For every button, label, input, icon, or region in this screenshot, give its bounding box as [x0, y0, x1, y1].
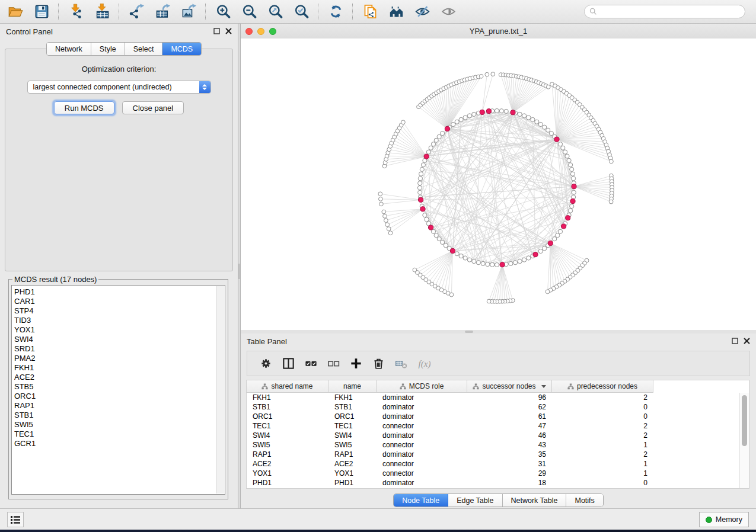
mcds-node-item[interactable]: RAP1 [14, 401, 215, 411]
mcds-result-list[interactable]: PHD1CAR1STP4TID3YOX1SWI4SRD1PMA2FKH1ACE2… [14, 287, 215, 493]
mcds-node-item[interactable]: TID3 [14, 316, 215, 325]
tab-mcds[interactable]: MCDS [162, 43, 201, 55]
table-row[interactable]: TEC1TEC1connector472 [247, 421, 740, 431]
refresh-icon [328, 4, 344, 20]
run-mcds-button[interactable]: Run MCDS [54, 101, 114, 114]
close-panel-button[interactable]: Close panel [122, 101, 184, 114]
table-row[interactable]: YOX1YOX1connector291 [247, 469, 740, 478]
column-header-predecessor-nodes[interactable]: predecessor nodes [552, 380, 653, 393]
table-cell: dominator [377, 403, 467, 411]
zoom-in-icon [215, 4, 231, 20]
float-panel-icon[interactable] [213, 28, 220, 34]
hide-graphics-button[interactable] [409, 2, 435, 21]
mcds-node-item[interactable]: ACE2 [14, 373, 215, 382]
memory-button[interactable]: Memory [699, 512, 749, 527]
toolbar-separator [205, 4, 206, 20]
network-graph[interactable] [241, 39, 756, 330]
import-table-button[interactable] [89, 2, 115, 21]
close-panel-icon[interactable] [744, 338, 750, 344]
zoom-out-icon [241, 4, 257, 20]
tab-edge-table[interactable]: Edge Table [448, 494, 502, 507]
tab-motifs[interactable]: Motifs [566, 494, 602, 507]
task-history-button[interactable] [7, 512, 24, 527]
mcds-node-item[interactable]: SWI5 [14, 420, 215, 430]
table-row[interactable]: FKH1FKH1dominator962 [247, 393, 740, 402]
zoom-out-button[interactable] [236, 2, 262, 21]
mcds-node-item[interactable]: CAR1 [14, 297, 215, 306]
refresh-button[interactable] [323, 2, 349, 21]
search-input[interactable] [600, 7, 745, 17]
zoom-in-button[interactable] [210, 2, 236, 21]
deselect-all-button[interactable] [322, 354, 344, 373]
deselect-all-icon [327, 357, 340, 370]
save-session-button[interactable] [28, 2, 55, 21]
main-toolbar [0, 0, 756, 24]
mcds-node-item[interactable]: STB1 [14, 411, 215, 420]
network-canvas[interactable] [241, 39, 756, 330]
zoom-fit-icon [267, 4, 283, 20]
table-row[interactable]: STB1STB1dominator620 [247, 402, 740, 412]
application-window: Control Panel NetworkStyleSelectMCDS Opt… [0, 0, 756, 529]
tab-select[interactable]: Select [125, 43, 163, 55]
table-scrollbar[interactable] [739, 393, 749, 488]
table-row[interactable]: PHD1PHD1dominator180 [247, 478, 740, 488]
optimization-select[interactable]: largest connected component (undirected) [27, 81, 211, 94]
mcds-node-item[interactable]: PMA2 [14, 354, 215, 363]
mcds-node-item[interactable]: ORC1 [14, 392, 215, 401]
table-row[interactable]: ORC1ORC1dominator610 [247, 412, 740, 421]
export-network-button[interactable] [123, 2, 149, 21]
open-file-button[interactable] [2, 2, 28, 21]
toolbar-separator [58, 4, 59, 20]
close-panel-icon[interactable] [225, 28, 232, 34]
export-image-button[interactable] [176, 2, 202, 21]
svg-text:f(x): f(x) [418, 358, 430, 369]
network-edges [380, 74, 612, 302]
mcds-node-item[interactable]: PHD1 [14, 287, 215, 297]
columns-button[interactable] [277, 354, 299, 373]
houses-button[interactable] [383, 2, 409, 21]
mcds-result-scrollbar[interactable] [216, 286, 224, 493]
table-cell: SWI5 [247, 441, 328, 449]
mcds-node-item[interactable]: STP4 [14, 306, 215, 316]
table-cell: 2 [552, 450, 653, 459]
table-cell: 46 [467, 431, 552, 440]
table-row[interactable]: SWI5SWI5connector431 [247, 440, 740, 450]
select-all-button[interactable] [299, 354, 322, 373]
eye-button[interactable] [435, 2, 461, 21]
column-header-name[interactable]: name [328, 380, 377, 393]
zoom-selected-button[interactable] [288, 2, 314, 21]
scrollbar-thumb[interactable] [742, 395, 747, 446]
column-header-shared-name[interactable]: shared name [247, 380, 328, 393]
table-row[interactable]: ACE2ACE2connector311 [247, 459, 740, 469]
table-row[interactable]: RAP1RAP1dominator352 [247, 450, 740, 459]
float-panel-icon[interactable] [732, 338, 738, 344]
table-cell: STB1 [247, 403, 328, 411]
mcds-node-item[interactable]: GCR1 [14, 439, 215, 448]
mcds-node-item[interactable]: TEC1 [14, 430, 215, 439]
tab-network-table[interactable]: Network Table [503, 494, 567, 507]
add-column-button[interactable] [344, 354, 367, 373]
tab-style[interactable]: Style [91, 43, 125, 55]
mcds-node-item[interactable]: SWI4 [14, 335, 215, 344]
import-network-button[interactable] [63, 2, 89, 21]
column-header-MCDS-role[interactable]: MCDS role [377, 380, 467, 393]
delete-button[interactable] [367, 354, 390, 373]
tab-node-table[interactable]: Node Table [394, 494, 448, 507]
mcds-node-item[interactable]: SRD1 [14, 344, 215, 354]
mcds-node-item[interactable]: STB5 [14, 382, 215, 392]
share-document-button[interactable] [357, 2, 383, 21]
zoom-fit-button[interactable] [262, 2, 288, 21]
gear-button[interactable] [254, 354, 277, 373]
table-row[interactable]: SWI4SWI4dominator462 [247, 431, 740, 440]
mcds-node-item[interactable]: FKH1 [14, 363, 215, 373]
export-table-button[interactable] [149, 2, 176, 21]
network-titlebar: YPA_prune.txt_1 [241, 24, 756, 39]
houses-icon [388, 4, 404, 20]
search-box[interactable] [584, 5, 745, 18]
tab-network[interactable]: Network [47, 43, 91, 55]
mcds-node-item[interactable]: YOX1 [14, 325, 215, 335]
status-bar: Memory [0, 508, 756, 530]
table-cell: 1 [552, 441, 653, 449]
toolbar-separator [119, 4, 120, 20]
column-header-successor-nodes[interactable]: successor nodes [467, 380, 552, 393]
